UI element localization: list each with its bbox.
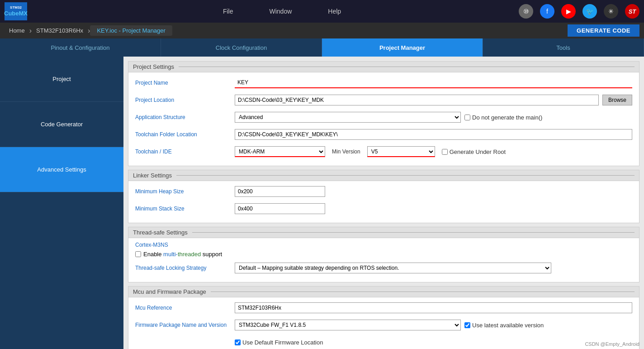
generate-under-root-checkbox[interactable] bbox=[442, 149, 448, 155]
use-latest-checkbox[interactable] bbox=[464, 322, 470, 328]
locking-strategy-label: Thread-safe Locking Strategy bbox=[135, 265, 235, 271]
project-location-control: Browse bbox=[235, 95, 632, 105]
project-location-input[interactable] bbox=[235, 95, 599, 105]
toolchain-ide-row: Toolchain / IDE MDK-ARM STM32CubeIDE Mak… bbox=[135, 145, 632, 158]
toolchain-folder-input[interactable] bbox=[235, 129, 632, 140]
locking-strategy-control: Default – Mapping suitable strategy depe… bbox=[235, 263, 632, 273]
breadcrumb-mcu[interactable]: STM32F103R6Hx bbox=[32, 27, 88, 34]
use-latest-label: Use latest available version bbox=[464, 322, 544, 329]
tab-clock[interactable]: Clock Configuration bbox=[161, 38, 322, 57]
sidebar-item-advanced-settings[interactable]: Advanced Settings bbox=[0, 147, 123, 192]
mcu-firmware-header: Mcu and Firmware Package bbox=[128, 287, 639, 297]
linker-settings-header: Linker Settings bbox=[128, 170, 639, 181]
main-layout: Project Code Generator Advanced Settings… bbox=[0, 57, 644, 349]
firmware-pkg-row: Firmware Package Name and Version STM32C… bbox=[135, 318, 632, 332]
toolchain-ide-label: Toolchain / IDE bbox=[135, 148, 235, 155]
do-not-generate-checkbox-label: Do not generate the main() bbox=[464, 114, 542, 121]
min-version-label: Min Version bbox=[332, 148, 360, 155]
project-location-browse[interactable]: Browse bbox=[602, 95, 632, 105]
min-heap-row: Minimum Heap Size bbox=[135, 185, 632, 198]
linker-settings-section: Linker Settings Minimum Heap Size Minimu… bbox=[128, 170, 639, 223]
stm32-logo: STM32CubeMX bbox=[5, 2, 27, 20]
st-icon[interactable]: ST bbox=[625, 4, 639, 19]
toolchain-folder-row: Toolchain Folder Location bbox=[135, 128, 632, 141]
breadcrumb-project[interactable]: KEY.ioc - Project Manager bbox=[90, 25, 172, 36]
twitter-icon[interactable]: 🐦 bbox=[582, 4, 597, 19]
project-location-label: Project Location bbox=[135, 97, 235, 103]
version-icon[interactable]: ⑩ bbox=[519, 4, 533, 19]
project-settings-header: Project Settings bbox=[128, 62, 639, 72]
top-bar: STM32CubeMX File Window Help ⑩ f ▶ 🐦 ✳ S… bbox=[0, 0, 644, 23]
project-settings-body: Project Name Project Location Browse App… bbox=[128, 72, 639, 166]
network-icon[interactable]: ✳ bbox=[604, 4, 618, 19]
toolchain-folder-label: Toolchain Folder Location bbox=[135, 131, 235, 138]
linker-settings-body: Minimum Heap Size Minimum Stack Size bbox=[128, 181, 639, 223]
thread-settings-section: Thread-safe Settings Cortex-M3NS Enable … bbox=[128, 227, 639, 282]
firmware-pkg-select[interactable]: STM32Cube FW_F1 V1.8.5 bbox=[235, 320, 461, 330]
min-stack-input[interactable] bbox=[235, 203, 325, 214]
project-location-row: Project Location Browse bbox=[135, 93, 632, 107]
enable-mt-checkbox[interactable] bbox=[135, 251, 141, 257]
tab-tools[interactable]: Tools bbox=[483, 38, 644, 57]
min-stack-label: Minimum Stack Size bbox=[135, 206, 235, 212]
youtube-icon[interactable]: ▶ bbox=[561, 4, 576, 19]
menu-help[interactable]: Help bbox=[328, 8, 341, 15]
mcu-ref-row: Mcu Reference bbox=[135, 301, 632, 315]
min-heap-control bbox=[235, 186, 632, 197]
mcu-firmware-body: Mcu Reference Firmware Package Name and … bbox=[128, 297, 639, 349]
menu-bar: File Window Help bbox=[45, 8, 519, 15]
firmware-pkg-label: Firmware Package Name and Version bbox=[135, 322, 235, 328]
top-right-icons: ⑩ f ▶ 🐦 ✳ ST bbox=[519, 4, 639, 19]
breadcrumb: Home › STM32F103R6Hx › KEY.ioc - Project… bbox=[0, 23, 644, 38]
firmware-pkg-control: STM32Cube FW_F1 V1.8.5 Use latest availa… bbox=[235, 320, 632, 330]
app-structure-control: Advanced Basic Do not generate the main(… bbox=[235, 112, 632, 123]
content-area: Project Settings Project Name Project Lo… bbox=[123, 57, 644, 349]
project-name-control bbox=[235, 77, 632, 88]
mcu-firmware-section: Mcu and Firmware Package Mcu Reference F… bbox=[128, 286, 639, 349]
min-version-select[interactable]: V5 V4 V5.27 bbox=[367, 146, 435, 157]
enable-mt-row: Enable multi-threaded support bbox=[135, 251, 632, 258]
min-heap-input[interactable] bbox=[235, 186, 325, 197]
menu-window[interactable]: Window bbox=[269, 8, 292, 15]
toolchain-select[interactable]: MDK-ARM STM32CubeIDE Makefile bbox=[235, 146, 325, 157]
sidebar-item-code-generator[interactable]: Code Generator bbox=[0, 102, 123, 147]
breadcrumb-home[interactable]: Home bbox=[5, 27, 29, 34]
toolchain-ide-control: MDK-ARM STM32CubeIDE Makefile Min Versio… bbox=[235, 146, 632, 157]
tab-project-manager[interactable]: Project Manager bbox=[322, 38, 483, 57]
thread-settings-body: Cortex-M3NS Enable multi-threaded suppor… bbox=[128, 238, 639, 282]
watermark: CSDN @Empty_Android bbox=[585, 341, 639, 347]
sidebar: Project Code Generator Advanced Settings bbox=[0, 57, 123, 349]
use-default-location-label: Use Default Firmware Location bbox=[235, 339, 323, 346]
thread-settings-header: Thread-safe Settings bbox=[128, 227, 639, 238]
app-structure-row: Application Structure Advanced Basic Do … bbox=[135, 110, 632, 124]
mcu-ref-label: Mcu Reference bbox=[135, 305, 235, 311]
logo-area: STM32CubeMX bbox=[5, 2, 27, 20]
menu-file[interactable]: File bbox=[223, 8, 233, 15]
sidebar-item-project[interactable]: Project bbox=[0, 57, 123, 102]
use-default-location-checkbox[interactable] bbox=[235, 339, 241, 345]
tab-pinout[interactable]: Pinout & Configuration bbox=[0, 38, 161, 57]
generate-code-button[interactable]: GENERATE CODE bbox=[568, 24, 639, 37]
min-stack-row: Minimum Stack Size bbox=[135, 202, 632, 215]
tab-bar: Pinout & Configuration Clock Configurati… bbox=[0, 38, 644, 57]
project-name-label: Project Name bbox=[135, 80, 235, 86]
project-name-input[interactable] bbox=[235, 77, 632, 88]
app-structure-label: Application Structure bbox=[135, 114, 235, 120]
min-stack-control bbox=[235, 203, 632, 214]
app-structure-select[interactable]: Advanced Basic bbox=[235, 112, 461, 123]
toolchain-folder-control bbox=[235, 129, 632, 140]
use-default-location-control: Use Default Firmware Location bbox=[235, 339, 632, 346]
min-heap-label: Minimum Heap Size bbox=[135, 188, 235, 195]
do-not-generate-checkbox[interactable] bbox=[464, 115, 470, 120]
generate-under-root-label: Generate Under Root bbox=[442, 148, 506, 155]
enable-mt-text: Enable multi-threaded support bbox=[143, 251, 222, 258]
use-default-location-row: Use Default Firmware Location bbox=[135, 335, 632, 349]
mcu-ref-input[interactable] bbox=[235, 302, 632, 313]
cortex-label: Cortex-M3NS bbox=[135, 242, 632, 248]
locking-strategy-select[interactable]: Default – Mapping suitable strategy depe… bbox=[235, 263, 551, 273]
locking-strategy-row: Thread-safe Locking Strategy Default – M… bbox=[135, 261, 632, 275]
facebook-icon[interactable]: f bbox=[540, 4, 554, 19]
project-name-row: Project Name bbox=[135, 76, 632, 90]
mcu-ref-control bbox=[235, 302, 632, 313]
project-settings-section: Project Settings Project Name Project Lo… bbox=[128, 61, 639, 166]
